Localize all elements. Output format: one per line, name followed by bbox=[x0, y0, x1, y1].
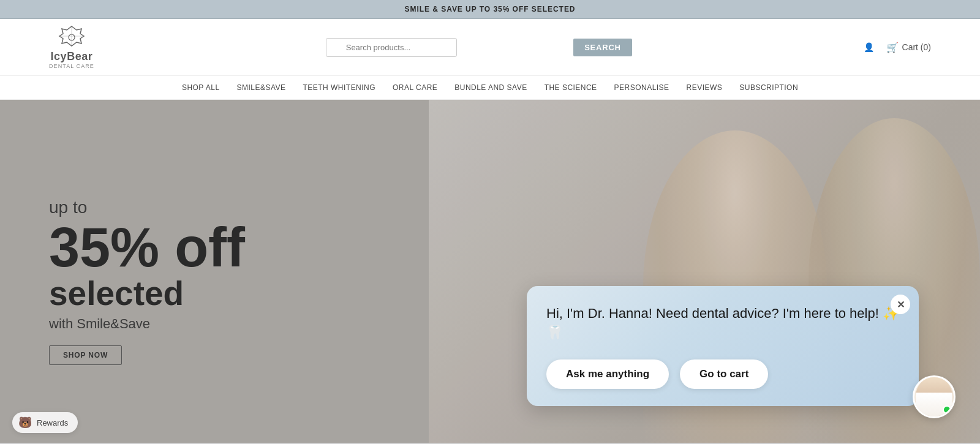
logo-name: IcyBear bbox=[51, 51, 93, 62]
nav-item-reviews[interactable]: REVIEWS bbox=[687, 83, 723, 92]
rewards-bar[interactable]: 🐻 Rewards bbox=[12, 412, 78, 433]
navbar: SHOP ALLSMILE&SAVETEETH WHITENINGORAL CA… bbox=[0, 76, 980, 100]
nav-item-bundle-and-save[interactable]: BUNDLE AND SAVE bbox=[454, 83, 527, 92]
nav-item-teeth-whitening[interactable]: TEETH WHITENING bbox=[303, 83, 376, 92]
search-input[interactable] bbox=[326, 38, 457, 57]
logo-icon bbox=[57, 25, 86, 50]
dr-avatar[interactable] bbox=[913, 375, 956, 418]
hero-percent-text: 35% off bbox=[49, 220, 245, 275]
announcement-text: SMILE & SAVE UP TO 35% OFF SELECTED bbox=[405, 5, 576, 13]
cart-icon: 🛒 bbox=[886, 42, 899, 53]
nav-item-personalise[interactable]: PERSONALISE bbox=[614, 83, 669, 92]
online-indicator bbox=[943, 405, 951, 414]
ask-anything-button[interactable]: Ask me anything bbox=[546, 359, 669, 389]
logo-area[interactable]: IcyBear Dental Care bbox=[49, 25, 94, 69]
logo-subtitle: Dental Care bbox=[49, 63, 94, 69]
rewards-label: Rewards bbox=[37, 418, 68, 427]
cart-label: Cart (0) bbox=[902, 42, 931, 52]
nav-item-smile-save[interactable]: SMILE&SAVE bbox=[237, 83, 286, 92]
nav-item-shop-all[interactable]: SHOP ALL bbox=[182, 83, 220, 92]
go-to-cart-button[interactable]: Go to cart bbox=[680, 359, 768, 389]
bear-rewards-icon: 🐻 bbox=[18, 416, 32, 429]
chat-close-button[interactable]: ✕ bbox=[891, 295, 910, 314]
nav-item-oral-care[interactable]: ORAL CARE bbox=[393, 83, 437, 92]
announcement-bar: SMILE & SAVE UP TO 35% OFF SELECTED bbox=[0, 0, 980, 19]
header-right: 👤 🛒 Cart (0) bbox=[864, 42, 931, 53]
account-icon: 👤 bbox=[864, 42, 874, 52]
search-wrapper: 🔍 bbox=[326, 38, 568, 57]
hero-upto-text: up to bbox=[49, 198, 245, 217]
search-area: 🔍 SEARCH bbox=[326, 38, 632, 57]
nav-item-subscription[interactable]: SUBSCRIPTION bbox=[739, 83, 798, 92]
search-button[interactable]: SEARCH bbox=[573, 39, 632, 56]
chat-buttons: Ask me anything Go to cart bbox=[546, 359, 899, 389]
header: IcyBear Dental Care 🔍 SEARCH 👤 🛒 Cart (0… bbox=[0, 19, 980, 76]
hero-selected-text: selected bbox=[49, 275, 245, 312]
hero-section: up to 35% off selected with Smile&Save S… bbox=[0, 100, 980, 443]
chat-message: Hi, I'm Dr. Hanna! Need dental advice? I… bbox=[546, 304, 899, 342]
shop-now-button[interactable]: SHOP NOW bbox=[49, 345, 122, 365]
hero-with-text: with Smile&Save bbox=[49, 316, 245, 332]
account-button[interactable]: 👤 bbox=[864, 42, 874, 52]
nav-item-the-science[interactable]: THE SCIENCE bbox=[545, 83, 597, 92]
chat-popup: ✕ Hi, I'm Dr. Hanna! Need dental advice?… bbox=[527, 286, 919, 406]
hero-text-block: up to 35% off selected with Smile&Save S… bbox=[49, 198, 245, 365]
cart-button[interactable]: 🛒 Cart (0) bbox=[886, 42, 931, 53]
